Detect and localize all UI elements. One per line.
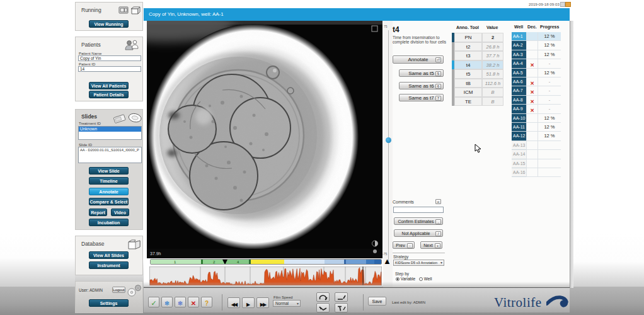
svg-text:37.9h: 37.9h [150, 251, 161, 256]
